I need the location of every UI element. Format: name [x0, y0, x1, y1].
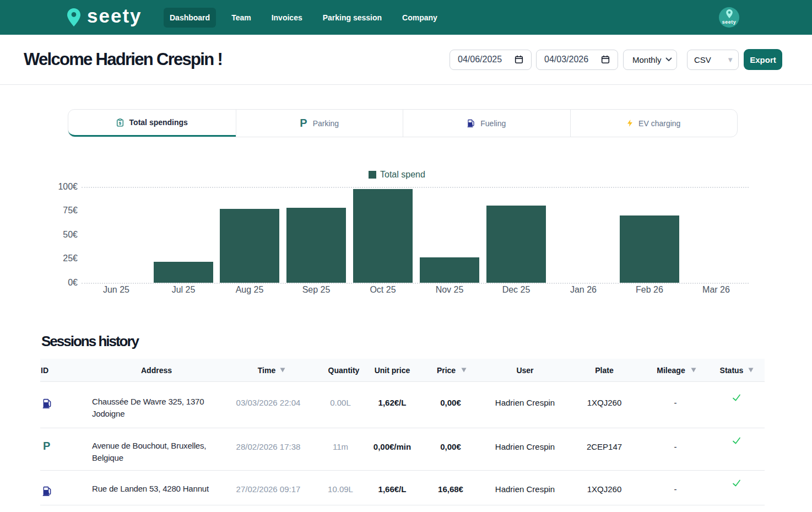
svg-text:$: $: [118, 121, 121, 126]
